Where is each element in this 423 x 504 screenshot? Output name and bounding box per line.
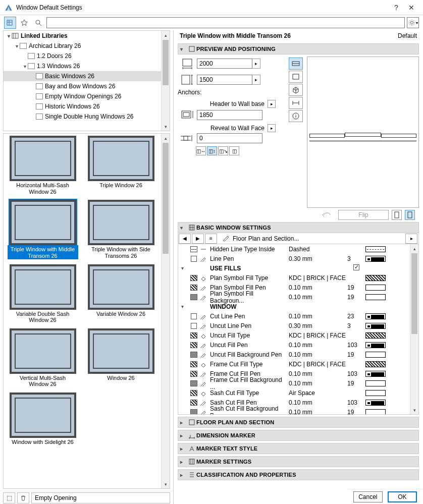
- param-value[interactable]: Air Space: [289, 389, 347, 397]
- param-index[interactable]: 3: [347, 322, 365, 329]
- thumbnail-item[interactable]: Window 26: [82, 326, 160, 387]
- param-value[interactable]: 0.10 mm: [289, 380, 347, 387]
- anchor-toggle-4[interactable]: ◫: [229, 146, 239, 155]
- param-value[interactable]: Dashed: [289, 246, 347, 253]
- param-value[interactable]: 0.30 mm: [289, 255, 347, 262]
- param-index[interactable]: 23: [347, 313, 365, 320]
- panel-fps-header[interactable]: ▸ FLOOR PLAN AND SECTION: [178, 417, 419, 428]
- param-index[interactable]: 3: [347, 255, 365, 262]
- search-button[interactable]: [32, 17, 44, 29]
- param-swatch[interactable]: [365, 294, 386, 300]
- param-index[interactable]: 19: [347, 284, 365, 291]
- parameter-table[interactable]: Hidden Line Type InsideDashedLine Pen0.3…: [178, 244, 419, 415]
- thumbnail-item[interactable]: Window with Sidelight 26: [4, 390, 82, 445]
- panel-preview-header[interactable]: ▾ PREVIEW AND POSITIONING: [178, 43, 419, 54]
- favorite-button[interactable]: [18, 17, 30, 29]
- opening-side-1-button[interactable]: [392, 210, 402, 220]
- param-row[interactable]: Cut Line Pen0.10 mm23: [178, 311, 418, 321]
- flip-button[interactable]: Flip: [338, 210, 389, 220]
- panel-basic-header[interactable]: ▾ BASIC WINDOW SETTINGS: [178, 222, 419, 233]
- thumbnail-item[interactable]: Horizontal Multi-Sash Window 26: [4, 134, 82, 195]
- param-swatch[interactable]: [365, 409, 386, 415]
- param-index[interactable]: 19: [347, 351, 365, 358]
- param-value[interactable]: 0.10 mm: [289, 342, 347, 349]
- bws-list-button[interactable]: ≡: [205, 234, 217, 244]
- help-button[interactable]: ?: [389, 4, 404, 12]
- param-value[interactable]: 0.10 mm: [289, 409, 347, 415]
- tree-item[interactable]: Historic Windows 26: [4, 101, 170, 111]
- param-swatch[interactable]: [365, 342, 386, 348]
- param-group[interactable]: ▾USE FILLS✓: [178, 263, 418, 273]
- param-swatch[interactable]: [365, 390, 386, 396]
- tree-item[interactable]: Single Double Hung Windows 26: [4, 111, 170, 122]
- header-anchor-input[interactable]: [197, 110, 262, 120]
- param-row[interactable]: Sash Cut Fill TypeAir Space: [178, 388, 418, 398]
- bws-prev-button[interactable]: ◀: [179, 234, 191, 244]
- param-row[interactable]: Sash Cut Fill Background Pen0.10 mm19: [178, 407, 418, 415]
- tree-item[interactable]: Bay and Bow Windows 26: [4, 81, 170, 91]
- param-row[interactable]: Uncut Fill Pen0.10 mm103: [178, 340, 418, 350]
- param-swatch[interactable]: [365, 371, 386, 377]
- view-plan-button[interactable]: [289, 58, 303, 70]
- param-row[interactable]: Line Pen0.30 mm3: [178, 254, 418, 263]
- cancel-button[interactable]: Cancel: [353, 491, 383, 502]
- panel-cap-header[interactable]: ▸ CLASSIFICATION AND PROPERTIES: [178, 469, 419, 480]
- tree-item[interactable]: ▾Archicad Library 26: [4, 41, 170, 51]
- param-index[interactable]: 103: [347, 370, 365, 377]
- param-swatch[interactable]: [365, 323, 386, 329]
- params-scrollbar[interactable]: ▴ ▾: [410, 244, 418, 414]
- thumbs-scrollbar[interactable]: ▴ ▾: [161, 134, 170, 488]
- param-swatch[interactable]: [365, 313, 386, 319]
- panel-dm-header[interactable]: ▸ DIMENSION MARKER: [178, 430, 419, 441]
- height-arrow-button[interactable]: ▸: [252, 75, 260, 85]
- param-swatch[interactable]: [365, 256, 386, 262]
- param-value[interactable]: KDC | BRICK | FACE: [289, 274, 347, 282]
- param-swatch[interactable]: [365, 332, 386, 339]
- header-anchor-menu[interactable]: ▸: [268, 100, 276, 108]
- settings-button[interactable]: ▾: [407, 17, 419, 28]
- param-value[interactable]: 0.10 mm: [289, 399, 347, 406]
- view-section-button[interactable]: [289, 97, 303, 109]
- library-tree[interactable]: ▾ Linked Libraries ▾Archicad Library 261…: [3, 30, 170, 131]
- param-group[interactable]: ▾WINDOW: [178, 302, 418, 311]
- param-index[interactable]: 103: [347, 342, 365, 349]
- tree-item[interactable]: ▾1.3 Windows 26: [4, 61, 170, 71]
- close-button[interactable]: ✕: [404, 4, 419, 12]
- width-arrow-button[interactable]: ▸: [252, 59, 260, 69]
- param-value[interactable]: 0.10 mm: [289, 351, 347, 358]
- thumbnail-grid[interactable]: Horizontal Multi-Sash Window 26Triple Wi…: [3, 133, 170, 489]
- param-value[interactable]: 0.10 mm: [289, 313, 347, 320]
- param-value[interactable]: KDC | BRICK | FACE: [289, 332, 347, 339]
- param-row[interactable]: Uncut Line Pen0.30 mm3: [178, 321, 418, 330]
- thumbnail-item[interactable]: Vertical Multi-Sash Window 26: [4, 326, 82, 387]
- panel-ms-header[interactable]: ▸ MARKER SETTINGS: [178, 456, 419, 467]
- thumbnail-item[interactable]: Variable Window 26: [82, 262, 160, 323]
- bws-page-label[interactable]: Floor Plan and Section...: [230, 235, 405, 242]
- param-value[interactable]: 0.10 mm: [289, 370, 347, 377]
- tree-header[interactable]: ▾ Linked Libraries: [4, 31, 170, 41]
- param-swatch[interactable]: [365, 275, 386, 281]
- param-row[interactable]: Hidden Line Type InsideDashed: [178, 244, 418, 254]
- thumbnail-item[interactable]: Triple Window with Middle Transom 26: [4, 198, 82, 259]
- height-input[interactable]: [197, 75, 252, 85]
- param-row[interactable]: Plan Symbol Fill TypeKDC | BRICK | FACE: [178, 273, 418, 283]
- view-elevation-button[interactable]: [289, 71, 303, 83]
- width-input[interactable]: [197, 59, 252, 69]
- arrow-up-button[interactable]: ⬚: [3, 492, 15, 503]
- ok-button[interactable]: OK: [388, 491, 417, 502]
- tree-item[interactable]: 1.2 Doors 26: [4, 51, 170, 61]
- reveal-anchor-input[interactable]: [197, 133, 262, 143]
- param-swatch[interactable]: [365, 285, 386, 291]
- param-index[interactable]: 19: [347, 409, 365, 415]
- library-view-button[interactable]: [4, 17, 16, 29]
- view-3d-button[interactable]: [289, 84, 303, 96]
- thumbnail-item[interactable]: Variable Double Sash Window 26: [4, 262, 82, 323]
- param-row[interactable]: Uncut Fill Background Pen0.10 mm19: [178, 350, 418, 359]
- param-row[interactable]: Frame Cut Fill TypeKDC | BRICK | FACE: [178, 359, 418, 369]
- tree-item[interactable]: Empty Window Openings 26: [4, 91, 170, 101]
- opening-side-2-button[interactable]: [405, 210, 415, 220]
- anchor-toggle-1[interactable]: ◫↔: [196, 146, 206, 155]
- param-swatch[interactable]: [365, 380, 386, 386]
- thumbnail-item[interactable]: Triple Window with Side Transoms 26: [82, 198, 160, 259]
- param-swatch[interactable]: [365, 361, 386, 367]
